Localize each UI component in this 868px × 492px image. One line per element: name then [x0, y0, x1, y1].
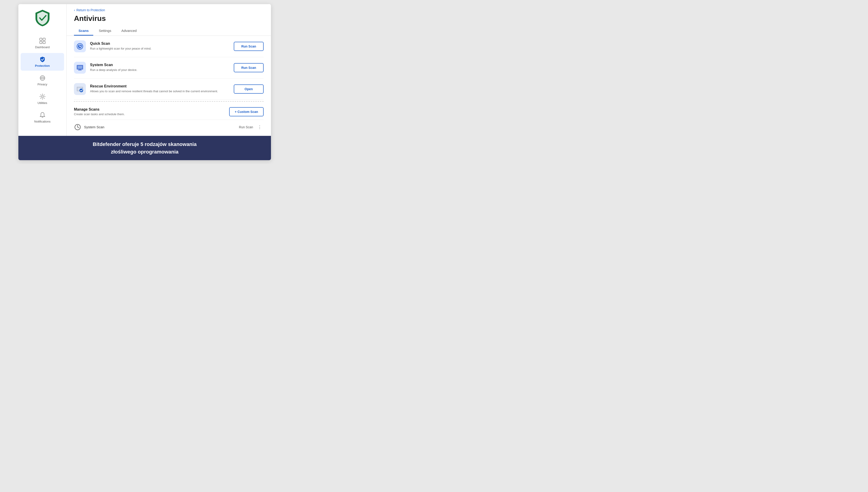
sidebar-item-utilities[interactable]: Utilities	[21, 90, 64, 108]
system-scan-icon	[74, 62, 86, 74]
svg-rect-15	[78, 66, 82, 69]
section-divider	[74, 101, 264, 102]
system-scan-name: System Scan	[90, 63, 234, 67]
chevron-left-icon: ‹	[74, 8, 75, 12]
sidebar-item-dashboard-label: Dashboard	[35, 45, 50, 49]
page-title: Antivirus	[74, 14, 264, 23]
sidebar-item-dashboard[interactable]: Dashboard	[21, 34, 64, 52]
banner-line1: Bitdefender oferuje 5 rodzajów skanowani…	[93, 141, 196, 147]
quick-scan-run-button[interactable]: Run Scan	[234, 42, 264, 51]
tab-advanced[interactable]: Advanced	[117, 26, 141, 35]
sidebar-item-privacy[interactable]: Privacy	[21, 72, 64, 89]
notifications-icon	[39, 112, 46, 118]
manage-scans-section: Manage Scans Create scan tasks and sched…	[74, 103, 264, 120]
more-options-button[interactable]: ⋮	[256, 124, 264, 130]
system-scan-scheduled-row: System Scan Run Scan ⋮	[74, 120, 264, 134]
sidebar-item-protection[interactable]: Protection	[21, 53, 64, 71]
rescue-env-name: Rescue Environment	[90, 84, 234, 88]
svg-rect-1	[43, 38, 45, 41]
system-scan-actions: Run Scan ⋮	[239, 124, 264, 130]
custom-scan-button[interactable]: + Custom Scan	[229, 107, 264, 116]
sidebar-item-notifications[interactable]: Notifications	[21, 109, 64, 126]
sidebar-item-protection-label: Protection	[35, 64, 50, 68]
svg-rect-0	[40, 38, 42, 41]
page-header: ‹ Return to Protection Antivirus Scans S…	[67, 4, 271, 36]
svg-point-13	[79, 46, 80, 47]
tab-settings[interactable]: Settings	[94, 26, 116, 35]
app-logo	[33, 9, 52, 27]
tab-scans[interactable]: Scans	[74, 26, 93, 35]
clock-icon	[74, 123, 81, 131]
privacy-icon	[39, 75, 46, 81]
dashboard-icon	[39, 38, 46, 44]
back-link[interactable]: ‹ Return to Protection	[74, 8, 264, 12]
rescue-env-icon	[74, 83, 86, 95]
system-scan-item: System Scan Run a deep analysis of your …	[74, 57, 264, 78]
protection-icon	[39, 56, 46, 63]
manage-scans-title: Manage Scans	[74, 107, 229, 112]
quick-scan-item: Quick Scan Run a lightweight scan for yo…	[74, 36, 264, 57]
sidebar-item-utilities-label: Utilities	[38, 101, 47, 105]
tabs-container: Scans Settings Advanced	[74, 26, 264, 35]
back-link-label: Return to Protection	[76, 8, 105, 12]
rescue-env-info: Rescue Environment Allows you to scan an…	[90, 84, 234, 93]
svg-point-5	[42, 77, 43, 79]
svg-rect-16	[78, 70, 81, 70]
svg-rect-17	[78, 70, 82, 70]
quick-scan-icon	[74, 41, 86, 52]
system-scan-run-button[interactable]: Run Scan	[234, 63, 264, 72]
svg-line-23	[78, 127, 79, 128]
svg-point-20	[79, 89, 83, 92]
sidebar-item-notifications-label: Notifications	[34, 120, 50, 123]
rescue-env-open-button[interactable]: Open	[234, 84, 264, 94]
manage-scans-desc: Create scan tasks and schedule them.	[74, 113, 229, 116]
quick-scan-desc: Run a lightweight scan for your peace of…	[90, 47, 234, 51]
system-scan-info: System Scan Run a deep analysis of your …	[90, 63, 234, 72]
manage-scans-info: Manage Scans Create scan tasks and sched…	[74, 107, 229, 116]
sidebar-item-privacy-label: Privacy	[38, 82, 47, 86]
rescue-env-item: Rescue Environment Allows you to scan an…	[74, 78, 264, 100]
rescue-env-desc: Allows you to scan and remove resilient …	[90, 89, 234, 93]
system-scan-scheduled-label: System Scan	[84, 125, 239, 129]
quick-scan-info: Quick Scan Run a lightweight scan for yo…	[90, 42, 234, 51]
utilities-icon	[39, 93, 46, 100]
system-scan-desc: Run a deep analysis of your device.	[90, 68, 234, 72]
system-scan-run-link[interactable]: Run Scan	[239, 125, 253, 129]
bottom-banner: Bitdefender oferuje 5 rodzajów skanowani…	[18, 136, 271, 160]
svg-rect-2	[40, 41, 42, 44]
svg-rect-3	[43, 41, 45, 44]
quick-scan-name: Quick Scan	[90, 42, 234, 46]
svg-point-8	[42, 96, 43, 98]
banner-line2: złośliwego oprogramowania	[111, 149, 179, 155]
